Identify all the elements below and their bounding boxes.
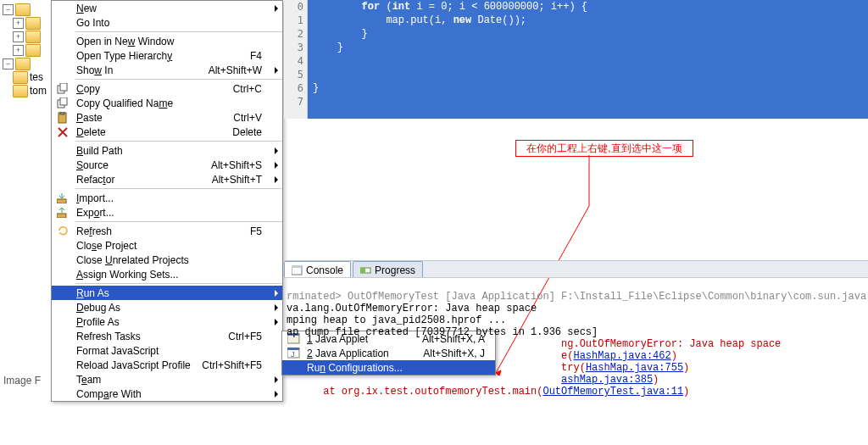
console-error-line: e(HashMap.java:462) — [287, 350, 677, 362]
tree-node[interactable]: − — [3, 3, 53, 16]
tree-node[interactable]: + — [3, 30, 53, 43]
shortcut: F5 — [250, 225, 262, 237]
console-error-line: try(HashMap.java:755) — [287, 362, 689, 374]
progress-icon — [360, 265, 371, 275]
tree-label: tes — [30, 71, 43, 83]
paste-icon — [55, 110, 70, 125]
folder-icon — [13, 85, 28, 97]
tree-node[interactable]: + — [3, 43, 53, 57]
svg-rect-7 — [57, 214, 66, 218]
menu-copy[interactable]: CopyCtrl+C — [52, 81, 282, 96]
menu-compare-with[interactable]: Compare With — [52, 387, 282, 401]
line-gutter: 01234567 — [284, 0, 308, 119]
annotation-box: 在你的工程上右键,直到选中这一项 — [515, 140, 693, 157]
menu-refresh-tasks[interactable]: Refresh TasksCtrl+F5 — [52, 329, 282, 343]
menu-separator — [75, 188, 282, 189]
menu-reload-js-profile[interactable]: Reload JavaScript ProfileCtrl+Shift+F5 — [52, 358, 282, 372]
menu-open-type-hierarchy[interactable]: Open Type HierarchyF4 — [52, 48, 282, 63]
menu-go-into[interactable]: Go Into — [52, 15, 282, 30]
console-error-line: ashMap.java:385) — [287, 374, 659, 386]
refresh-icon — [55, 224, 70, 238]
shortcut: Ctrl+V — [233, 112, 262, 124]
submenu-arrow-icon — [275, 5, 278, 12]
copy-icon — [55, 96, 70, 110]
shortcut: Ctrl+Shift+F5 — [202, 359, 262, 371]
menu-paste[interactable]: PasteCtrl+V — [52, 110, 282, 125]
menu-debug-as[interactable]: Debug As — [52, 300, 282, 314]
bottom-tab-bar: Console Progress — [284, 260, 868, 278]
tree-label: tom — [30, 85, 47, 97]
menu-team[interactable]: Team — [52, 372, 282, 387]
export-icon — [55, 205, 70, 220]
menu-close-unrelated[interactable]: Close Unrelated Projects — [52, 253, 282, 267]
menu-export[interactable]: Export... — [52, 205, 282, 220]
expand-icon[interactable]: + — [13, 45, 24, 56]
menu-delete[interactable]: DeleteDelete — [52, 125, 282, 139]
submenu-arrow-icon — [275, 304, 278, 311]
selected-code: for (int i = 0; i < 600000000; i++) { ma… — [308, 0, 868, 119]
menu-open-new-window[interactable]: Open in New Window — [52, 34, 282, 48]
menu-show-in[interactable]: Show InAlt+Shift+W — [52, 63, 282, 77]
menu-refactor[interactable]: RefactorAlt+Shift+T — [52, 172, 282, 186]
svg-rect-3 — [60, 97, 67, 105]
menu-import[interactable]: Import... — [52, 191, 282, 205]
menu-copy-qualified-name[interactable]: Copy Qualified Name — [52, 96, 282, 110]
submenu-arrow-icon — [275, 162, 278, 169]
menu-separator — [75, 79, 282, 80]
svg-rect-1 — [60, 83, 67, 91]
annotation-text: 在你的工程上右键,直到选中这一项 — [526, 142, 682, 156]
console-header: rminated> OutOfMemoryTest [Java Applicat… — [287, 291, 868, 303]
stacktrace-link[interactable]: ashMap.java:385 — [561, 374, 653, 386]
console-icon — [292, 265, 303, 275]
submenu-arrow-icon — [275, 376, 278, 383]
menu-close-project[interactable]: Close Project — [52, 238, 282, 253]
menu-source[interactable]: SourceAlt+Shift+S — [52, 158, 282, 172]
shortcut: Delete — [232, 126, 262, 138]
expand-icon[interactable]: + — [13, 18, 24, 29]
collapse-icon[interactable]: − — [3, 58, 14, 70]
tab-label: Console — [306, 264, 343, 276]
folder-icon — [25, 44, 41, 57]
shortcut: Alt+Shift+W — [209, 64, 262, 76]
menu-profile-as[interactable]: Profile As — [52, 314, 282, 329]
tree-node[interactable]: tom — [3, 84, 53, 97]
folder-icon — [15, 58, 31, 70]
code-editor[interactable]: 01234567 for (int i = 0; i < 600000000; … — [284, 0, 868, 119]
menu-format-javascript[interactable]: Format JavaScript — [52, 343, 282, 358]
console-error-line: ng.OutOfMemoryError: Java heap space — [287, 338, 781, 350]
folder-icon — [13, 71, 28, 84]
tab-console[interactable]: Console — [284, 261, 351, 278]
submenu-arrow-icon — [275, 147, 278, 154]
menu-assign-working-sets[interactable]: Assign Working Sets... — [52, 267, 282, 281]
stacktrace-link[interactable]: OutOfMemoryTest.java:11 — [542, 386, 683, 398]
menu-separator — [75, 31, 282, 32]
console-output[interactable]: rminated> OutOfMemoryTest [Java Applicat… — [284, 277, 868, 445]
svg-rect-6 — [57, 199, 66, 203]
shortcut: Ctrl+F5 — [228, 331, 262, 342]
tree-node-selected[interactable]: − — [3, 57, 53, 70]
tab-progress[interactable]: Progress — [353, 261, 423, 278]
expand-icon[interactable]: + — [13, 31, 24, 42]
stacktrace-link[interactable]: HashMap.java:462 — [573, 350, 670, 362]
menu-separator — [75, 283, 282, 284]
menu-new[interactable]: New — [52, 1, 282, 15]
svg-rect-5 — [60, 112, 64, 114]
menu-build-path[interactable]: Build Path — [52, 143, 282, 158]
copy-icon — [55, 81, 70, 96]
submenu-arrow-icon — [275, 290, 278, 297]
submenu-arrow-icon — [275, 176, 278, 183]
delete-icon — [55, 125, 70, 139]
menu-run-as[interactable]: Run As — [52, 286, 282, 300]
tree-node[interactable]: + — [3, 16, 53, 30]
menu-refresh[interactable]: RefreshF5 — [52, 224, 282, 238]
import-icon — [55, 191, 70, 205]
console-line: va.lang.OutOfMemoryError: Java heap spac… — [287, 303, 537, 314]
tree-node[interactable]: tes — [3, 70, 53, 84]
eclipse-ide-window: − + + + − tes tom New Go Into Open in Ne… — [0, 0, 868, 445]
folder-icon — [15, 3, 31, 16]
svg-rect-16 — [360, 268, 365, 273]
collapse-icon[interactable]: − — [3, 4, 14, 15]
project-explorer[interactable]: − + + + − tes tom — [0, 0, 53, 172]
console-error-line: at org.ix.test.outofmemoryTest.main(OutO… — [287, 386, 689, 398]
stacktrace-link[interactable]: HashMap.java:755 — [586, 362, 683, 374]
